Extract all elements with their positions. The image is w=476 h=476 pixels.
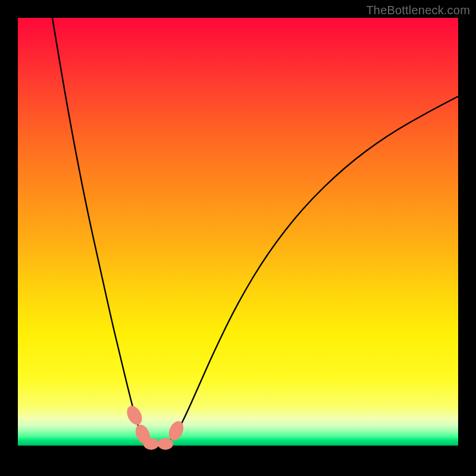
left-curve <box>52 18 151 441</box>
marker-group <box>124 403 186 450</box>
marker-valley-right <box>158 438 173 450</box>
curve-layer <box>18 18 458 458</box>
plot-area <box>18 18 458 458</box>
marker-left-upper <box>124 403 145 427</box>
chart-frame: TheBottleneck.com <box>0 0 476 476</box>
right-curve <box>167 96 458 441</box>
marker-valley-left <box>143 438 159 450</box>
watermark-text: TheBottleneck.com <box>366 4 470 17</box>
